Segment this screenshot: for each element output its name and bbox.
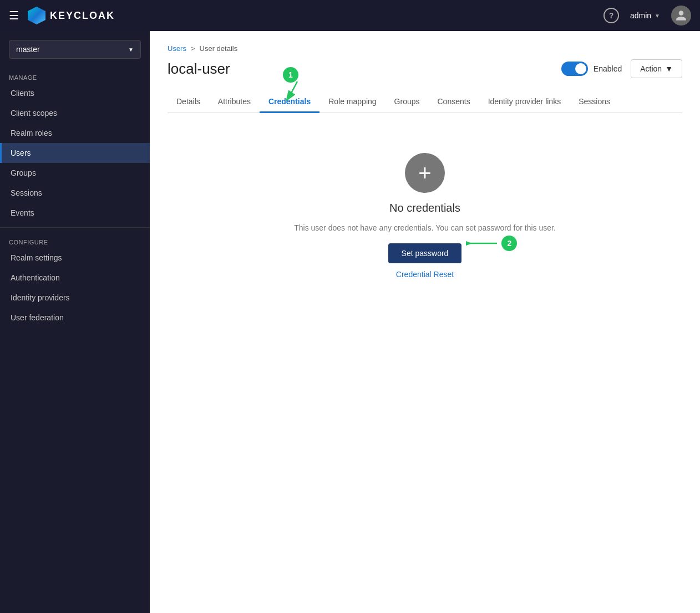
page-header: local-user Enabled Action ▼ bbox=[168, 59, 682, 78]
sidebar-item-users[interactable]: Users bbox=[0, 143, 150, 163]
realm-select[interactable]: master ▼ bbox=[9, 40, 141, 59]
plus-symbol: + bbox=[418, 162, 431, 184]
sidebar-item-clients[interactable]: Clients bbox=[0, 83, 150, 103]
sidebar-item-authentication[interactable]: Authentication bbox=[0, 268, 150, 288]
manage-section-label: Manage bbox=[0, 68, 150, 83]
tab-role-mapping[interactable]: Role mapping bbox=[319, 91, 385, 113]
toggle-slider[interactable] bbox=[561, 62, 588, 76]
tabs-wrapper: 1 Details Attributes Credentials Role ma… bbox=[168, 91, 682, 113]
annotation-2: 2 bbox=[501, 236, 517, 251]
set-password-area: 2 Set password Credential Reset bbox=[388, 241, 462, 279]
tab-identity-provider-links[interactable]: Identity provider links bbox=[479, 91, 570, 113]
logo: KEYCLOAK bbox=[28, 7, 115, 24]
enabled-label: Enabled bbox=[594, 64, 622, 73]
tab-details[interactable]: Details bbox=[168, 91, 209, 113]
navbar: ☰ KEYCLOAK ? admin ▼ bbox=[0, 0, 700, 31]
navbar-right: ? admin ▼ bbox=[603, 6, 691, 25]
set-password-button[interactable]: Set password bbox=[388, 243, 462, 263]
sidebar-divider bbox=[0, 227, 150, 228]
sidebar-item-sessions[interactable]: Sessions bbox=[0, 183, 150, 203]
hamburger-icon[interactable]: ☰ bbox=[9, 9, 19, 22]
help-icon[interactable]: ? bbox=[603, 8, 619, 23]
sidebar-item-groups[interactable]: Groups bbox=[0, 163, 150, 183]
annotation-2-arrow bbox=[466, 236, 499, 251]
breadcrumb: Users > User details bbox=[168, 44, 682, 53]
sidebar-item-realm-settings[interactable]: Realm settings bbox=[0, 248, 150, 268]
breadcrumb-current: User details bbox=[200, 44, 238, 53]
admin-arrow-icon: ▼ bbox=[655, 13, 660, 19]
tab-consents[interactable]: Consents bbox=[429, 91, 479, 113]
enabled-switch[interactable] bbox=[561, 62, 588, 76]
tab-attributes[interactable]: Attributes bbox=[209, 91, 260, 113]
main-content: Users > User details local-user Enabled … bbox=[150, 31, 700, 613]
no-credentials-title: No credentials bbox=[389, 202, 460, 214]
navbar-left: ☰ KEYCLOAK bbox=[9, 7, 115, 24]
action-button[interactable]: Action ▼ bbox=[631, 59, 682, 78]
breadcrumb-users-link[interactable]: Users bbox=[168, 44, 186, 53]
sidebar-item-client-scopes[interactable]: Client scopes bbox=[0, 103, 150, 123]
tab-credentials[interactable]: Credentials bbox=[260, 91, 319, 113]
tab-sessions[interactable]: Sessions bbox=[570, 91, 619, 113]
sidebar-item-user-federation[interactable]: User federation bbox=[0, 308, 150, 328]
action-arrow-icon: ▼ bbox=[665, 64, 673, 73]
sidebar: master ▼ Manage Clients Client scopes Re… bbox=[0, 31, 150, 613]
plus-circle-icon: + bbox=[405, 153, 445, 193]
configure-section-label: Configure bbox=[0, 232, 150, 248]
main-layout: master ▼ Manage Clients Client scopes Re… bbox=[0, 31, 700, 613]
enabled-toggle: Enabled bbox=[561, 62, 622, 76]
breadcrumb-separator: > bbox=[191, 44, 195, 53]
admin-menu[interactable]: admin ▼ bbox=[630, 11, 660, 20]
credentials-empty-state: + No credentials This user does not have… bbox=[168, 131, 682, 301]
sidebar-item-identity-providers[interactable]: Identity providers bbox=[0, 288, 150, 308]
annotation-2-container: 2 bbox=[466, 236, 517, 251]
sidebar-item-events[interactable]: Events bbox=[0, 203, 150, 223]
realm-name: master bbox=[16, 45, 40, 54]
sidebar-item-realm-roles[interactable]: Realm roles bbox=[0, 123, 150, 143]
action-label: Action bbox=[640, 64, 662, 73]
credential-reset-link[interactable]: Credential Reset bbox=[396, 270, 454, 279]
tab-groups[interactable]: Groups bbox=[385, 91, 429, 113]
no-credentials-desc: This user does not have any credentials.… bbox=[294, 223, 556, 232]
tabs: Details Attributes Credentials Role mapp… bbox=[168, 91, 682, 113]
logo-text: KEYCLOAK bbox=[50, 10, 115, 22]
logo-icon bbox=[28, 7, 45, 24]
admin-label: admin bbox=[630, 11, 651, 20]
avatar bbox=[671, 6, 691, 25]
realm-select-arrow-icon: ▼ bbox=[128, 47, 134, 53]
header-actions: Enabled Action ▼ bbox=[561, 59, 682, 78]
page-title: local-user bbox=[168, 60, 230, 78]
